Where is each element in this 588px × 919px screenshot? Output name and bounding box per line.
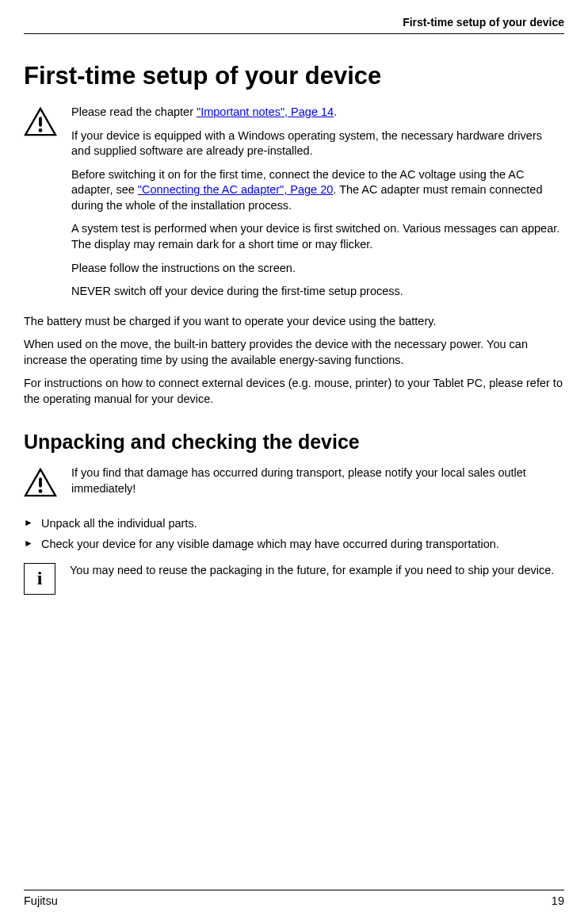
section-title: Unpacking and checking the device: [24, 431, 564, 454]
warning-block-2: If you find that damage has occurred dur…: [24, 465, 564, 501]
warning-triangle-icon: [24, 468, 57, 501]
info-icon: i: [24, 563, 55, 595]
svg-point-3: [39, 490, 43, 494]
paragraph: When used on the move, the built-in batt…: [24, 337, 564, 368]
step-item: Unpack all the individual parts.: [24, 515, 564, 533]
step-item: Check your device for any visible damage…: [24, 536, 564, 553]
paragraph: For instructions on how to connect exter…: [24, 376, 564, 407]
paragraph: You may need to reuse the packaging in t…: [70, 563, 554, 579]
paragraph: The battery must be charged if you want …: [24, 314, 564, 330]
paragraph: If your device is equipped with a Window…: [71, 128, 564, 159]
page-title: First-time setup of your device: [24, 62, 564, 90]
running-title: First-time setup of your device: [403, 16, 564, 29]
paragraph: A system test is performed when your dev…: [71, 221, 564, 252]
warning-block-1: Please read the chapter "Important notes…: [24, 105, 564, 300]
info-block: i You may need to reuse the packaging in…: [24, 563, 564, 595]
info-content: You may need to reuse the packaging in t…: [70, 563, 554, 579]
warning-content-2: If you find that damage has occurred dur…: [71, 465, 564, 496]
page-footer: Fujitsu 19: [24, 890, 564, 907]
warning-triangle-icon: [24, 107, 57, 140]
warning-content-1: Please read the chapter "Important notes…: [71, 105, 564, 300]
svg-rect-0: [39, 117, 42, 126]
paragraph: NEVER switch off your device during the …: [71, 284, 564, 300]
paragraph: Please read the chapter "Important notes…: [71, 105, 564, 121]
step-list: Unpack all the individual parts. Check y…: [24, 515, 564, 553]
paragraph: Please follow the instructions on the sc…: [71, 261, 564, 277]
svg-rect-2: [39, 478, 42, 488]
page-number: 19: [552, 894, 564, 907]
link-ac-adapter[interactable]: "Connecting the AC adapter", Page 20: [138, 183, 334, 196]
paragraph: Before switching it on for the first tim…: [71, 167, 564, 214]
page-header: First-time setup of your device: [24, 16, 564, 34]
footer-brand: Fujitsu: [24, 894, 58, 907]
link-important-notes[interactable]: "Important notes", Page 14: [197, 105, 334, 118]
paragraph: If you find that damage has occurred dur…: [71, 465, 564, 496]
svg-point-1: [39, 128, 43, 132]
